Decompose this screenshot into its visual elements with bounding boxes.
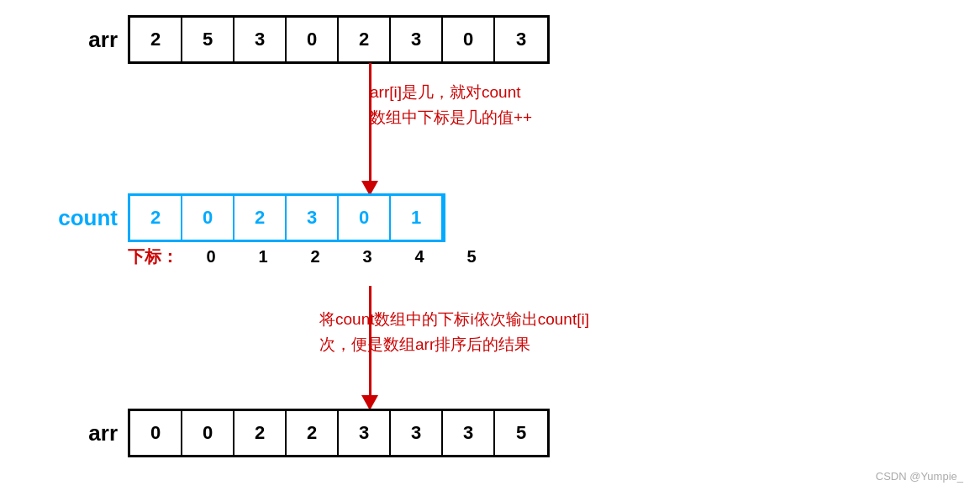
- count-box: 2 0 2 3 0 1: [128, 193, 445, 242]
- index-row: 下标： 0 1 2 3 4 5: [128, 246, 498, 268]
- arr-top-label: arr: [50, 27, 118, 53]
- annotation-top: arr[i]是几，就对count 数组中下标是几的值++: [370, 80, 532, 131]
- watermark: CSDN @Yumpie_: [876, 470, 963, 483]
- arr-top-cell-3: 0: [287, 18, 339, 61]
- arrow-down-1: [361, 63, 378, 196]
- count-cell-0: 2: [130, 196, 182, 240]
- count-row: count 2 0 2 3 0 1: [50, 193, 498, 242]
- arr-bottom-label: arr: [50, 420, 118, 446]
- arr-bottom-cell-3: 2: [287, 411, 339, 455]
- arr-top-cell-6: 0: [443, 18, 495, 61]
- annotation-bottom-line2: 次，便是数组arr排序后的结果: [319, 332, 589, 357]
- arr-top-cell-1: 5: [182, 18, 234, 61]
- index-2: 2: [289, 247, 341, 267]
- arr-top-cell-2: 3: [234, 18, 287, 61]
- count-cell-4: 0: [339, 196, 391, 240]
- annotation-top-line1: arr[i]是几，就对count: [370, 80, 532, 105]
- arr-top-section: arr 2 5 3 0 2 3 0 3: [50, 15, 550, 64]
- arrow-down-2: [361, 286, 378, 410]
- arrow-line-1: [369, 63, 371, 181]
- index-prefix: 下标：: [128, 246, 178, 268]
- annotation-top-line2: 数组中下标是几的值++: [370, 105, 532, 130]
- arr-bottom-box: 0 0 2 2 3 3 3 5: [128, 409, 550, 457]
- index-0: 0: [185, 247, 237, 267]
- arr-top-cell-5: 3: [391, 18, 443, 61]
- arr-bottom-cell-0: 0: [130, 411, 182, 455]
- count-cell-2: 2: [234, 196, 287, 240]
- arr-bottom-cell-7: 5: [495, 411, 547, 455]
- index-4: 4: [393, 247, 445, 267]
- index-5: 5: [445, 247, 498, 267]
- count-cell-5: 1: [391, 196, 443, 240]
- arr-bottom-cell-6: 3: [443, 411, 495, 455]
- count-cell-3: 3: [287, 196, 339, 240]
- annotation-bottom-line1: 将count数组中的下标i依次输出count[i]: [319, 307, 589, 332]
- index-3: 3: [341, 247, 393, 267]
- count-section: count 2 0 2 3 0 1 下标： 0 1 2 3 4 5: [50, 193, 498, 268]
- arr-bottom-cell-4: 3: [339, 411, 391, 455]
- annotation-bottom: 将count数组中的下标i依次输出count[i] 次，便是数组arr排序后的结…: [319, 307, 589, 358]
- count-label: count: [50, 205, 118, 231]
- arr-top-box: 2 5 3 0 2 3 0 3: [128, 15, 550, 64]
- arr-top-cell-0: 2: [130, 18, 182, 61]
- arr-top-cell-4: 2: [339, 18, 391, 61]
- arrow-line-2: [369, 286, 371, 395]
- arr-top-cell-7: 3: [495, 18, 547, 61]
- arr-bottom-cell-5: 3: [391, 411, 443, 455]
- arr-bottom-cell-1: 0: [182, 411, 234, 455]
- arr-bottom-section: arr 0 0 2 2 3 3 3 5: [50, 409, 550, 457]
- arr-bottom-cell-2: 2: [234, 411, 287, 455]
- count-cell-1: 0: [182, 196, 234, 240]
- index-1: 1: [237, 247, 289, 267]
